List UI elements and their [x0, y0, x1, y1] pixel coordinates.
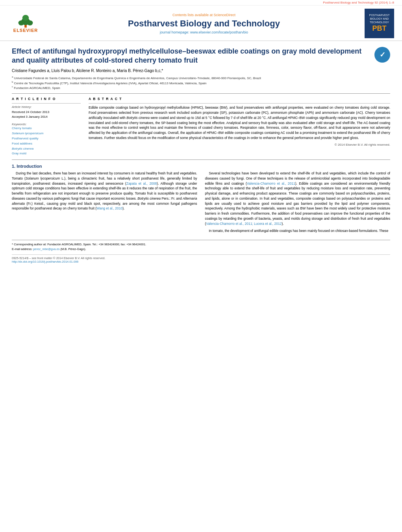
- abstract-col: A B S T R A C T Edible composite coating…: [89, 97, 390, 156]
- affiliations: a Universidade Federal de Santa Catarina…: [12, 75, 390, 91]
- history-label: Article history:: [12, 105, 81, 109]
- footnote-email-link[interactable]: perez_mbe@gva.es: [33, 247, 59, 251]
- intro-body: During the last decades, there has been …: [12, 171, 390, 236]
- crossmark-icon: ✓: [374, 47, 390, 63]
- header-center: Contents lists available at ScienceDirec…: [43, 13, 365, 34]
- journal-ref-bar: Postharvest Biology and Technology 92 (2…: [0, 0, 402, 6]
- introduction-section: 1. Introduction During the last decades,…: [12, 164, 390, 236]
- authors-line: Cristiane Fagundes a, Lluís Palou b, Alc…: [12, 69, 390, 73]
- article-body: Effect of antifungal hydroxypropyl methy…: [0, 41, 402, 271]
- article-title: Effect of antifungal hydroxypropyl methy…: [12, 47, 371, 65]
- journal-title: Postharvest Biology and Technology: [51, 19, 357, 29]
- keyword-food-additives: Food additives: [12, 141, 81, 146]
- journal-logo: POSTHARVEST BIOLOGY AND TECHNOLOGY PBT: [365, 9, 394, 38]
- intro-col-right: Several technologies have been developed…: [205, 171, 391, 236]
- journal-header: ELSEVIER Contents lists available at Sci…: [0, 6, 402, 41]
- keyword-solanum: Solanum lycopersicum: [12, 131, 81, 136]
- elsevier-wordmark: ELSEVIER: [13, 28, 38, 33]
- svg-point-4: [22, 15, 29, 21]
- keywords-label: Keywords:: [12, 122, 81, 126]
- elsevier-logo: ELSEVIER: [8, 13, 43, 34]
- svg-point-2: [19, 20, 24, 26]
- elsevier-tree-icon: [14, 14, 37, 28]
- sciencedirect-line: Contents lists available at ScienceDirec…: [51, 13, 357, 17]
- svg-point-3: [27, 20, 33, 26]
- abstract-text: Edible composite coatings based on hydro…: [89, 105, 390, 140]
- intro-text-left: During the last decades, there has been …: [12, 171, 197, 211]
- homepage-url[interactable]: www.elsevier.com/locate/postharvbio: [190, 30, 248, 34]
- info-abstract-section: A R T I C L E I N F O Article history: R…: [12, 97, 390, 156]
- keyword-botrytis: Botrytis cinerea: [12, 146, 81, 152]
- article-info-header: A R T I C L E I N F O: [12, 97, 81, 101]
- received-date: Received 24 October 2013 Accepted 3 Janu…: [12, 110, 81, 119]
- page-footer: 0925-5214/$ – see front matter © 2014 El…: [12, 254, 390, 265]
- intro-text-right: Several technologies have been developed…: [205, 171, 391, 234]
- article-title-section: Effect of antifungal hydroxypropyl methy…: [12, 47, 390, 65]
- title-divider: [12, 93, 390, 94]
- article-info-col: A R T I C L E I N F O Article history: R…: [12, 97, 81, 156]
- intro-col-left: During the last decades, there has been …: [12, 171, 197, 236]
- keywords-section: Keywords: Cherry tomato Solanum lycopers…: [12, 122, 81, 156]
- page: Postharvest Biology and Technology 92 (2…: [0, 0, 402, 532]
- intro-title: 1. Introduction: [12, 164, 390, 169]
- footer-doi[interactable]: http://dx.doi.org/10.1016/j.postharvbio.…: [12, 260, 390, 263]
- abstract-divider: [12, 159, 390, 160]
- keyword-postharvest: Postharvest quality: [12, 136, 81, 141]
- keyword-cherry-tomato: Cherry tomato: [12, 126, 81, 131]
- journal-ref: Postharvest Biology and Technology 92 (2…: [323, 1, 394, 4]
- homepage-line: journal homepage: www.elsevier.com/locat…: [51, 30, 357, 34]
- sciencedirect-link-text[interactable]: ScienceDirect: [214, 13, 236, 17]
- footer-issn: 0925-5214/$ – see front matter © 2014 El…: [12, 256, 390, 260]
- footnote-section: * Corresponding author at: Fundación AGR…: [12, 240, 390, 251]
- abstract-header: A B S T R A C T: [89, 97, 390, 101]
- copyright-line: © 2014 Elsevier B.V. All rights reserved…: [89, 143, 390, 146]
- footnote-email: E-mail address: perez_mbe@gva.es (M.B. P…: [12, 247, 390, 251]
- keyword-gray-mold: Gray mold: [12, 151, 81, 156]
- journal-logo-abbr: PBT: [369, 24, 390, 33]
- footnote-corresponding: * Corresponding author at: Fundación AGR…: [12, 242, 390, 247]
